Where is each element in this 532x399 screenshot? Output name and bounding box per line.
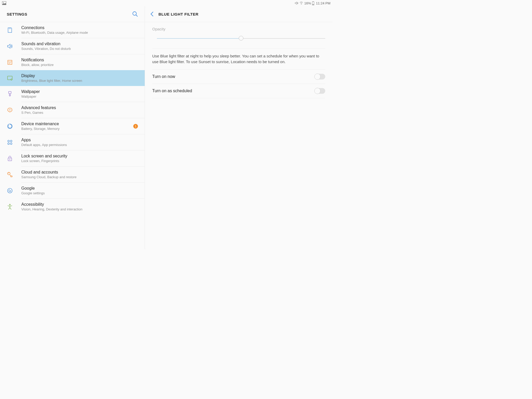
- toggle-row-turn-on-now[interactable]: Turn on now: [152, 70, 325, 84]
- category-title: Device maintenance: [21, 122, 133, 126]
- category-subtitle: Samsung Cloud, Backup and restore: [21, 175, 140, 179]
- detail-header: BLUE LIGHT FILTER: [145, 6, 332, 22]
- svg-rect-21: [9, 91, 11, 94]
- detail-pane: BLUE LIGHT FILTER Opacity Use Blue light…: [145, 6, 332, 249]
- battery-icon: [312, 1, 314, 5]
- category-subtitle: S Pen, Games: [21, 111, 140, 115]
- category-title: Google: [21, 186, 140, 191]
- svg-rect-35: [11, 176, 12, 177]
- svg-point-28: [8, 143, 9, 144]
- category-title: Sounds and vibration: [21, 42, 140, 46]
- sidebar-item-notifications[interactable]: NotificationsBlock, allow, prioritize: [0, 54, 145, 70]
- category-title: Wallpaper: [21, 89, 140, 94]
- toggle-label: Turn on now: [152, 74, 175, 79]
- settings-sidebar: SETTINGS ConnectionsWi-Fi, Bluetooth, Da…: [0, 6, 145, 249]
- svg-point-1: [3, 2, 4, 3]
- lock-screen-and-security-icon: [7, 155, 21, 162]
- category-title: Connections: [21, 25, 140, 30]
- svg-rect-15: [8, 76, 12, 80]
- notifications-icon: [7, 59, 21, 65]
- connections-icon: [7, 27, 21, 33]
- toggle-label: Turn on as scheduled: [152, 89, 192, 93]
- wifi-icon: [300, 2, 303, 5]
- advanced-features-icon: [7, 107, 21, 113]
- svg-rect-6: [313, 1, 314, 2]
- svg-point-29: [10, 143, 12, 144]
- battery-percentage: 16%: [304, 1, 311, 5]
- category-title: Accessibility: [21, 202, 140, 207]
- category-subtitle: Battery, Storage, Memory: [21, 127, 133, 131]
- category-subtitle: Wallpaper: [21, 95, 140, 98]
- opacity-label: Opacity: [152, 27, 325, 31]
- category-title: Cloud and accounts: [21, 170, 140, 175]
- sidebar-item-accessibility[interactable]: AccessibilityVision, Hearing, Dexterity …: [0, 199, 145, 215]
- svg-point-26: [8, 140, 9, 142]
- category-list: ConnectionsWi-Fi, Bluetooth, Data usage,…: [0, 22, 145, 249]
- wallpaper-icon: [7, 91, 21, 97]
- sidebar-item-apps[interactable]: AppsDefault apps, App permissions: [0, 134, 145, 150]
- status-bar: 16% 11:24 PM: [0, 0, 332, 6]
- cloud-and-accounts-icon: [7, 171, 21, 178]
- category-title: Notifications: [21, 58, 140, 62]
- device-maintenance-icon: [7, 123, 21, 129]
- svg-rect-11: [8, 60, 12, 64]
- category-subtitle: Block, allow, prioritize: [21, 63, 140, 67]
- sidebar-item-wallpaper[interactable]: WallpaperWallpaper: [0, 86, 145, 102]
- category-title: Display: [21, 74, 140, 78]
- notification-badge: 1: [133, 124, 138, 129]
- opacity-slider[interactable]: [157, 36, 325, 41]
- accessibility-icon: [7, 204, 21, 210]
- svg-point-27: [10, 140, 12, 142]
- back-button[interactable]: [150, 11, 154, 17]
- category-subtitle: Lock screen, Fingerprints: [21, 159, 140, 163]
- filter-description: Use Blue light filter at night to help y…: [152, 49, 325, 70]
- toggle-switch-turn-on-as-scheduled[interactable]: [315, 88, 325, 94]
- sidebar-item-cloud-and-accounts[interactable]: Cloud and accountsSamsung Cloud, Backup …: [0, 167, 145, 182]
- toggle-switch-turn-on-now[interactable]: [315, 74, 325, 79]
- category-subtitle: Vision, Hearing, Dexterity and interacti…: [21, 207, 140, 211]
- category-subtitle: Sounds, Vibration, Do not disturb: [21, 47, 140, 51]
- apps-icon: [7, 139, 21, 145]
- detail-title: BLUE LIGHT FILTER: [158, 12, 198, 16]
- settings-title: SETTINGS: [7, 12, 27, 16]
- svg-line-9: [136, 15, 138, 17]
- svg-point-37: [9, 204, 10, 205]
- category-subtitle: Brightness, Blue light filter, Home scre…: [21, 79, 140, 83]
- display-icon: [7, 75, 21, 81]
- search-button[interactable]: [132, 11, 138, 17]
- category-title: Advanced features: [21, 105, 140, 110]
- status-time: 11:24 PM: [316, 1, 330, 5]
- svg-point-4: [301, 4, 302, 4]
- category-subtitle: Default apps, App permissions: [21, 143, 140, 147]
- svg-rect-7: [312, 4, 314, 5]
- toggle-row-turn-on-as-scheduled[interactable]: Turn on as scheduled: [152, 84, 325, 98]
- category-title: Apps: [21, 138, 140, 142]
- category-title: Lock screen and security: [21, 154, 140, 158]
- mute-icon: [295, 1, 298, 5]
- sidebar-item-display[interactable]: DisplayBrightness, Blue light filter, Ho…: [0, 70, 145, 86]
- sidebar-item-device-maintenance[interactable]: Device maintenanceBattery, Storage, Memo…: [0, 118, 145, 134]
- svg-point-10: [10, 29, 10, 29]
- sidebar-item-sounds-and-vibration[interactable]: Sounds and vibrationSounds, Vibration, D…: [0, 38, 145, 54]
- sounds-and-vibration-icon: [7, 43, 21, 49]
- svg-point-16: [11, 79, 12, 80]
- sidebar-item-lock-screen-and-security[interactable]: Lock screen and securityLock screen, Fin…: [0, 150, 145, 166]
- category-subtitle: Google settings: [21, 191, 140, 195]
- sidebar-item-advanced-features[interactable]: Advanced featuresS Pen, Games: [0, 102, 145, 118]
- google-icon: [7, 188, 21, 194]
- category-subtitle: Wi-Fi, Bluetooth, Data usage, Airplane m…: [21, 31, 140, 35]
- sidebar-item-google[interactable]: GoogleGoogle settings: [0, 183, 145, 198]
- sidebar-item-connections[interactable]: ConnectionsWi-Fi, Bluetooth, Data usage,…: [0, 22, 145, 38]
- picture-icon: [2, 1, 6, 5]
- settings-header: SETTINGS: [0, 6, 145, 22]
